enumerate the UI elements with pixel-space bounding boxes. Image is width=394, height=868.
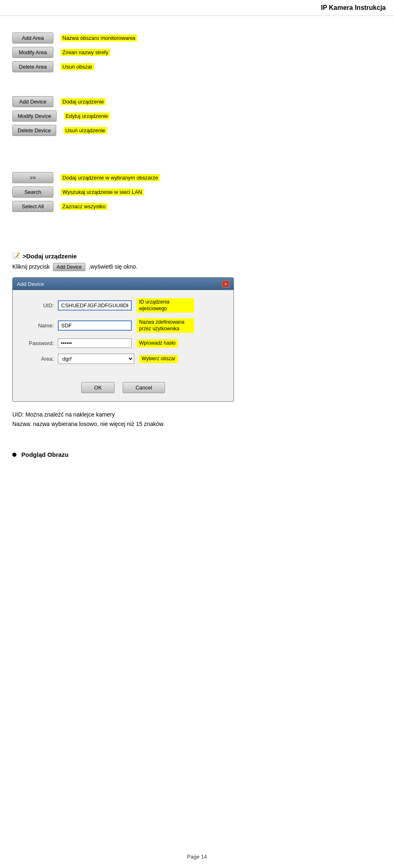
- password-row: Password: Wprowadź hasło: [21, 338, 221, 348]
- delete-area-button[interactable]: Delete Area: [12, 61, 53, 72]
- dialog-titlebar: Add Device ×: [13, 278, 234, 290]
- main-content: Add Area Nazwa obszaru monitorowania Mod…: [0, 16, 394, 466]
- select-all-label: Zaznacz wszystko: [61, 203, 107, 210]
- note-icon: 📝: [12, 252, 20, 260]
- forward-label: Dodaj urządzenie w wybranym obszarze: [61, 174, 160, 181]
- delete-device-row: Delete Device Usuń urządzenie: [12, 125, 382, 136]
- instruction-text-before: Kliknij przycisk: [12, 263, 50, 270]
- area-row: Area: dgrf Wybierz obszar: [21, 354, 221, 364]
- search-row: Search Wyszukaj urządzenie w sieci LAN: [12, 186, 382, 198]
- search-button[interactable]: Search: [12, 186, 53, 198]
- dialog-footer: OK Cancel: [13, 378, 234, 401]
- bullet-dot-icon: [12, 453, 16, 457]
- instruction-heading: >Dodaj urządzenie: [23, 253, 77, 260]
- search-label: Wyszukaj urządzenie w sieci LAN: [61, 189, 144, 196]
- action-buttons-section: >> Dodaj urządzenie w wybranym obszarze …: [12, 172, 382, 212]
- instruction-body: Kliknij przycisk Add Device ,wyświetli s…: [12, 263, 382, 271]
- instruction-text-after: ,wyświetli się okno.: [89, 263, 137, 270]
- add-device-label: Dodaj urządzenie: [61, 98, 105, 105]
- info-line-2: Nazwa: nazwa wybierana losowo, nie więce…: [12, 419, 382, 428]
- add-device-row: Add Device Dodaj urządzenie: [12, 96, 382, 107]
- delete-area-row: Delete Area Usuń obszar: [12, 61, 382, 72]
- delete-device-button[interactable]: Delete Device: [12, 125, 56, 136]
- select-all-button[interactable]: Select All: [12, 201, 53, 212]
- ok-button[interactable]: OK: [81, 382, 115, 393]
- modify-area-button[interactable]: Modify Area: [12, 47, 53, 58]
- uid-row: UID: ID urządzenia wjeściowego: [21, 298, 221, 313]
- info-line-1: UID: Można znaleźć na naklejce kamery: [12, 410, 382, 419]
- forward-button[interactable]: >>: [12, 172, 53, 183]
- instruction-section: 📝 >Dodaj urządzenie Kliknij przycisk Add…: [12, 252, 382, 271]
- page-footer: Page 14: [0, 854, 394, 860]
- add-device-button[interactable]: Add Device: [12, 96, 53, 107]
- select-all-row: Select All Zaznacz wszystko: [12, 201, 382, 212]
- forward-row: >> Dodaj urządzenie w wybranym obszarze: [12, 172, 382, 183]
- dialog-close-button[interactable]: ×: [222, 280, 229, 288]
- name-annotation: Nazwa zdefiniowana przez użytkownika: [137, 318, 194, 333]
- area-label: Area:: [21, 356, 54, 362]
- dialog-overlay: Add Device × UID: ID urządzenia wjeściow…: [12, 277, 382, 402]
- page-header: IP Kamera Instrukcja: [0, 0, 394, 16]
- modify-area-label: Zmian nazwy strefy: [61, 49, 110, 56]
- delete-device-label: Usuń urządzenie: [64, 127, 107, 134]
- uid-input[interactable]: [58, 300, 132, 311]
- name-row: Name: Nazwa zdefiniowana przez użytkowni…: [21, 318, 221, 333]
- dialog-body: UID: ID urządzenia wjeściowego Name: Naz…: [13, 290, 234, 378]
- delete-area-label: Usuń obszar: [61, 63, 94, 70]
- page-title: IP Kamera Instrukcja: [321, 4, 386, 11]
- bullet-item-text: Podgląd Obrazu: [21, 451, 69, 458]
- instruction-title: 📝 >Dodaj urządzenie: [12, 252, 382, 260]
- add-area-button[interactable]: Add Area: [12, 32, 53, 44]
- password-annotation: Wprowadź hasło: [137, 339, 178, 348]
- modify-device-row: Modify Device Edytuj urządzenie: [12, 111, 382, 122]
- bullet-section: Podgląd Obrazu: [12, 451, 382, 458]
- name-label: Name:: [21, 322, 54, 329]
- uid-label: UID:: [21, 302, 54, 309]
- add-device-dialog: Add Device × UID: ID urządzenia wjeściow…: [12, 277, 234, 402]
- name-input[interactable]: [58, 320, 132, 331]
- area-buttons-section: Add Area Nazwa obszaru monitorowania Mod…: [12, 32, 382, 72]
- modify-device-label: Edytuj urządzenie: [64, 113, 110, 120]
- add-area-row: Add Area Nazwa obszaru monitorowania: [12, 32, 382, 44]
- password-input[interactable]: [58, 338, 132, 348]
- cancel-button[interactable]: Cancel: [123, 382, 165, 393]
- instruction-inline-button: Add Device: [53, 263, 85, 271]
- area-annotation: Wybierz obszar: [139, 355, 178, 363]
- add-area-label: Nazwa obszaru monitorowania: [61, 35, 137, 41]
- page-number: Page 14: [187, 854, 207, 860]
- password-label: Password:: [21, 340, 54, 346]
- device-buttons-section: Add Device Dodaj urządzenie Modify Devic…: [12, 96, 382, 136]
- uid-annotation: ID urządzenia wjeściowego: [137, 298, 194, 313]
- modify-area-row: Modify Area Zmian nazwy strefy: [12, 47, 382, 58]
- modify-device-button[interactable]: Modify Device: [12, 111, 57, 122]
- area-select[interactable]: dgrf: [58, 354, 134, 364]
- dialog-title: Add Device: [17, 281, 44, 287]
- info-text-section: UID: Można znaleźć na naklejce kamery Na…: [12, 410, 382, 428]
